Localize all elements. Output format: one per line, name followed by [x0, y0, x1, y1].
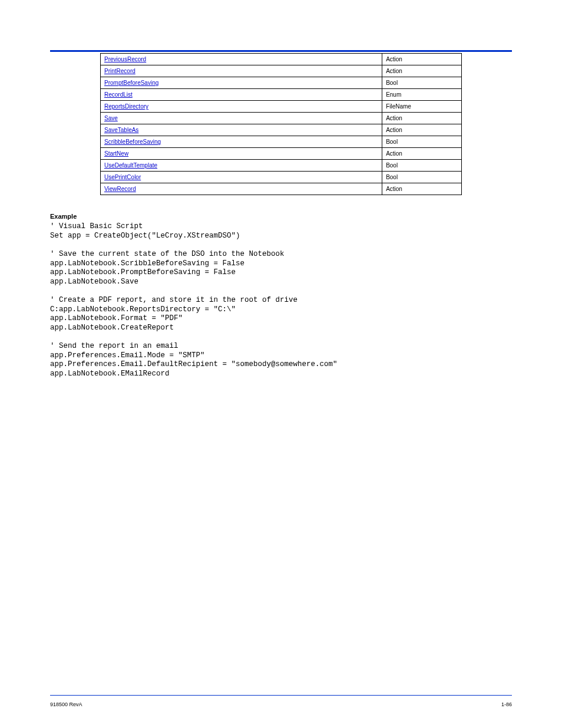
- cvar-name[interactable]: RecordList: [101, 89, 382, 101]
- table-row: PrintRecordAction: [101, 65, 462, 77]
- cvar-name[interactable]: ViewRecord: [101, 183, 382, 195]
- cvar-name[interactable]: ScribbleBeforeSaving: [101, 136, 382, 148]
- top-rule: [50, 50, 512, 52]
- cvar-name[interactable]: UsePrintColor: [101, 172, 382, 183]
- footer-right: 1-86: [501, 701, 512, 707]
- cvar-name[interactable]: StartNew: [101, 148, 382, 160]
- cvar-name[interactable]: PrintRecord: [101, 65, 382, 77]
- cvar-name[interactable]: PreviousRecord: [101, 54, 382, 65]
- example-label: Example: [50, 213, 462, 220]
- table-row: ScribbleBeforeSavingBool: [101, 136, 462, 148]
- code-block: ' Visual Basic Script Set app = CreateOb…: [50, 222, 462, 379]
- cvar-type: Action: [382, 65, 462, 77]
- cvar-type: Bool: [382, 77, 462, 89]
- table-row: PromptBeforeSavingBool: [101, 77, 462, 89]
- cvar-table: PreviousRecordActionPrintRecordActionPro…: [100, 53, 462, 195]
- table-row: UsePrintColorBool: [101, 172, 462, 183]
- table-row: ReportsDirectoryFileName: [101, 101, 462, 113]
- table-row: PreviousRecordAction: [101, 54, 462, 65]
- table-row: SaveTableAsAction: [101, 124, 462, 136]
- cvar-type: Bool: [382, 172, 462, 183]
- table-row: StartNewAction: [101, 148, 462, 160]
- table-row: UseDefaultTemplateBool: [101, 160, 462, 172]
- main-content: PreviousRecordActionPrintRecordActionPro…: [100, 53, 462, 379]
- table-row: RecordListEnum: [101, 89, 462, 101]
- cvar-type: Action: [382, 148, 462, 160]
- cvar-type: Enum: [382, 89, 462, 101]
- cvar-name[interactable]: ReportsDirectory: [101, 101, 382, 113]
- cvar-name[interactable]: PromptBeforeSaving: [101, 77, 382, 89]
- cvar-type: Action: [382, 54, 462, 65]
- cvar-name[interactable]: UseDefaultTemplate: [101, 160, 382, 172]
- cvar-type: Bool: [382, 136, 462, 148]
- cvar-name[interactable]: SaveTableAs: [101, 124, 382, 136]
- cvar-type: Action: [382, 124, 462, 136]
- cvar-type: FileName: [382, 101, 462, 113]
- bottom-rule: [50, 695, 512, 696]
- cvar-name[interactable]: Save: [101, 113, 382, 124]
- cvar-type: Action: [382, 183, 462, 195]
- footer-left: 918500 RevA: [50, 701, 82, 707]
- table-row: SaveAction: [101, 113, 462, 124]
- cvar-type: Bool: [382, 160, 462, 172]
- cvar-type: Action: [382, 113, 462, 124]
- table-row: ViewRecordAction: [101, 183, 462, 195]
